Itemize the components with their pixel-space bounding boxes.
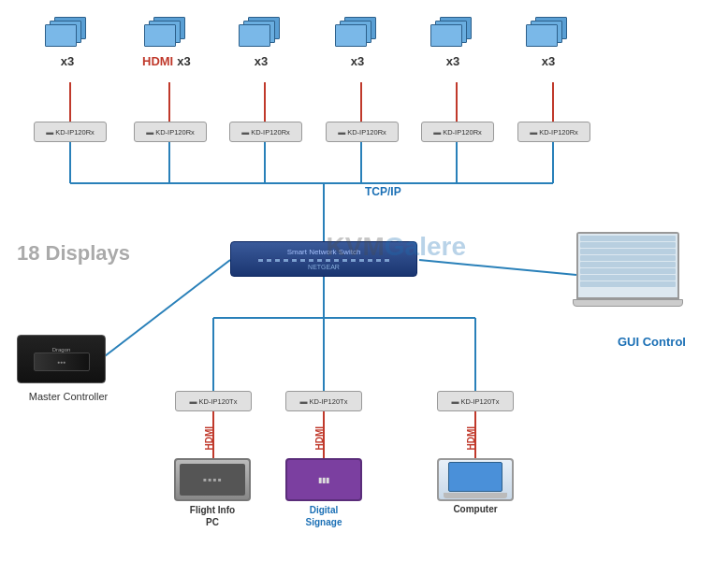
kd-rx-device-6: ▬ KD-IP120Rx — [517, 122, 590, 142]
svg-line-20 — [101, 260, 230, 359]
galere-text: Galere — [385, 232, 466, 261]
monitor-group-3: x3 — [239, 17, 284, 68]
svg-line-19 — [419, 260, 576, 275]
monitor-count-6: x3 — [542, 54, 555, 68]
kd-rx-device-4: ▬ KD-IP120Rx — [326, 122, 399, 142]
tcpip-label: TCP/IP — [365, 185, 401, 198]
monitor-count-5: x3 — [446, 54, 459, 68]
kd-rx-device-5: ▬ KD-IP120Rx — [421, 122, 494, 142]
monitor-group-4: x3 — [335, 17, 380, 68]
laptop-screen — [576, 232, 679, 299]
kd-rx-device-2: ▬ KD-IP120Rx — [134, 122, 207, 142]
switch-brand: NETGEAR — [308, 264, 340, 270]
digital-signage-device: ▮▮▮ — [285, 458, 362, 501]
monitor-group-2: HDMI x3 — [142, 17, 191, 68]
screen-stack-6 — [526, 17, 571, 52]
kvm-watermark: KVMGalere — [327, 232, 466, 262]
screen-front-2 — [144, 24, 176, 47]
displays-count-label: 18 Displays — [17, 241, 130, 266]
screen-front-3 — [239, 24, 270, 47]
source-digital-signage: ▮▮▮ DigitalSignage — [285, 458, 362, 528]
computer-label: Computer — [453, 504, 497, 514]
kd-rx-device-3: ▬ KD-IP120Rx — [229, 122, 302, 142]
flight-info-device: ■ ■ ■ ■ — [174, 458, 251, 501]
screen-front-1 — [45, 24, 77, 47]
source-flight-info: ■ ■ ■ ■ Flight InfoPC — [174, 458, 251, 528]
hdmi-label-tx1: HDMI — [204, 426, 214, 451]
kd-tx-device-1: ▬ KD-IP120Tx — [175, 391, 252, 411]
monitor-group-6: x3 — [526, 17, 571, 68]
screen-stack-2 — [144, 17, 189, 52]
kd-tx-device-2: ▬ KD-IP120Tx — [285, 391, 362, 411]
screen-stack-4 — [335, 17, 380, 52]
network-diagram: x3 HDMI x3 x3 x3 — [0, 0, 728, 561]
master-controller-label: Master Controller — [26, 391, 110, 402]
hdmi-label-2: HDMI — [142, 54, 173, 68]
monitor-count-4: x3 — [351, 54, 364, 68]
monitor-count-1: x3 — [61, 54, 74, 68]
flight-info-label: Flight InfoPC — [190, 504, 235, 528]
digital-signage-label: DigitalSignage — [306, 504, 342, 528]
screen-front-4 — [335, 24, 367, 47]
screen-stack-3 — [239, 17, 284, 52]
screen-stack-1 — [45, 17, 90, 52]
source-computer: Computer — [437, 458, 514, 514]
monitor-group-1: x3 — [45, 17, 90, 68]
hdmi-label-tx3: HDMI — [466, 426, 476, 451]
gui-control-label: GUI Control — [618, 335, 686, 349]
screen-front-6 — [526, 24, 558, 47]
monitor-count-2: x3 — [177, 54, 190, 68]
hdmi-label-tx2: HDMI — [314, 426, 325, 451]
laptop-screen-content — [578, 234, 677, 297]
kd-tx-device-3: ▬ KD-IP120Tx — [437, 391, 514, 411]
monitor-count-3: x3 — [255, 54, 268, 68]
gui-laptop — [576, 232, 679, 307]
screen-front-5 — [430, 24, 462, 47]
kvm-text: KVM — [327, 232, 385, 261]
master-controller-device: Dragon ●●● — [17, 335, 106, 383]
kd-rx-device-1: ▬ KD-IP120Rx — [34, 122, 107, 142]
monitor-group-5: x3 — [430, 17, 475, 68]
laptop-base — [573, 299, 683, 307]
screen-stack-5 — [430, 17, 475, 52]
computer-device — [437, 458, 514, 501]
